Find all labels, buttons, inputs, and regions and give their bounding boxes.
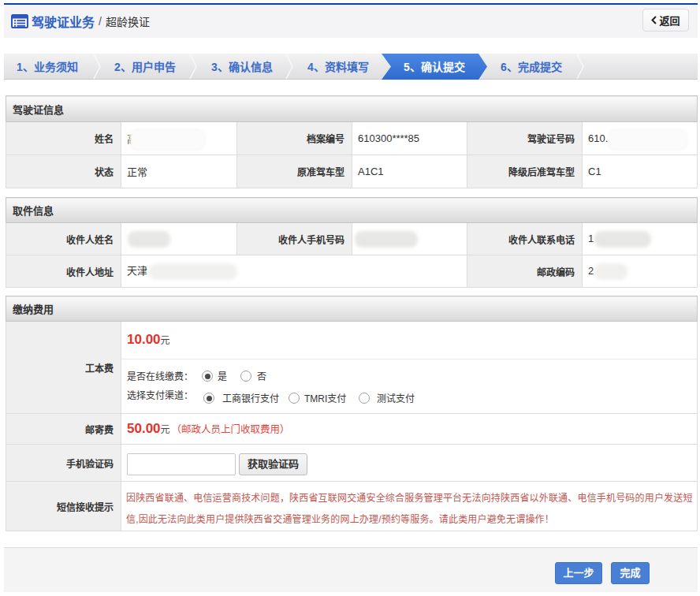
svg-text:2、用户申告: 2、用户申告: [114, 61, 176, 73]
svg-text:1、业务须知: 1、业务须知: [17, 61, 78, 73]
svg-text:4、资料填写: 4、资料填写: [307, 61, 369, 73]
svg-text:3、确认信息: 3、确认信息: [211, 61, 273, 73]
svg-text:5、确认提交: 5、确认提交: [404, 61, 465, 73]
svg-text:6、完成提交: 6、完成提交: [501, 61, 562, 73]
